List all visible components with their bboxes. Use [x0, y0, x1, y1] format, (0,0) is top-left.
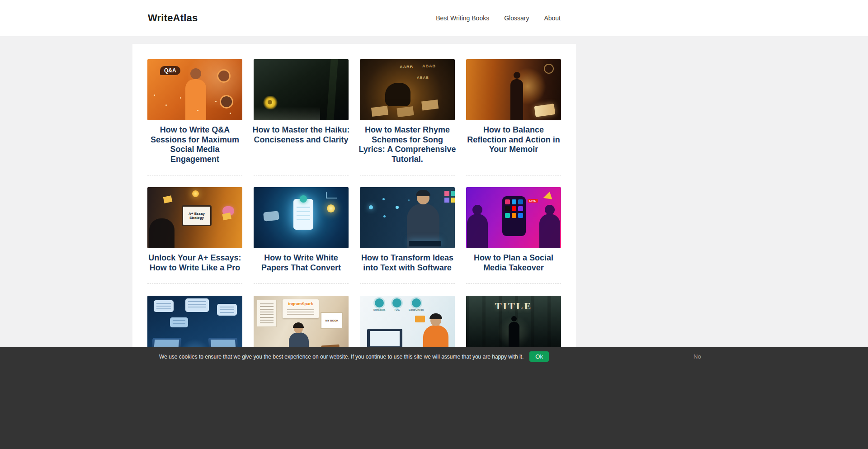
post-title[interactable]: How to Write White Papers That Convert	[252, 253, 350, 273]
post-title[interactable]: How to Balance Reflection and Action in …	[464, 125, 563, 155]
epubcheck-icon	[412, 298, 421, 307]
post-thumbnail[interactable]: A+ Essay Strategy	[147, 187, 242, 248]
post-thumbnail[interactable]: Q&A	[147, 59, 242, 120]
phone-app-grid-illustration	[502, 196, 526, 236]
book-icon	[415, 316, 425, 322]
handshake-icon	[263, 211, 279, 221]
person-silhouette	[467, 214, 488, 248]
glowing-tablet-illustration	[293, 199, 313, 230]
book-cover-title: TITLE	[466, 300, 561, 312]
cookie-consent-bar: We use cookies to ensure that we give yo…	[0, 347, 868, 449]
open-book-illustration	[534, 104, 556, 117]
cookie-no-link[interactable]: No	[693, 353, 701, 360]
cookie-content: We use cookies to ensure that we give yo…	[0, 347, 708, 362]
site-logo[interactable]: WriteAtlas	[148, 12, 198, 24]
post-card: LIVE How to Plan a Social Media Takeover	[466, 187, 561, 284]
icon-label: TOC	[394, 308, 400, 311]
rhyme-letters: ABAB	[417, 76, 429, 80]
rhyme-letters: AABB	[400, 65, 413, 69]
brain-illustration	[222, 206, 234, 216]
my-book-screen: MY BOOK	[321, 312, 343, 329]
clock-illustration	[544, 64, 554, 74]
writer-silhouette	[385, 83, 410, 106]
feature-icons-row: Metadata TOC EpubCheck	[373, 298, 424, 311]
post-title[interactable]: How to Master the Haiku: Conciseness and…	[252, 125, 350, 145]
main-nav: Best Writing Books Glossary About	[436, 14, 561, 22]
lightbulb-icon	[327, 204, 335, 213]
person-avatar-illustration	[220, 95, 233, 109]
person-silhouette	[539, 214, 560, 248]
header-container: WriteAtlas Best Writing Books Glossary A…	[132, 0, 576, 36]
lightbulb-icon	[192, 190, 199, 197]
nav-about[interactable]: About	[544, 14, 561, 22]
cookie-message: We use cookies to ensure that we give yo…	[159, 354, 524, 360]
post-thumbnail[interactable]	[254, 187, 349, 248]
sticky-notes-decoration	[444, 191, 449, 196]
qa-speech-bubble: Q&A	[160, 66, 180, 75]
post-card: How to Transform Ideas into Text with So…	[360, 187, 455, 284]
post-card: Q&A How to Write Q&A Sessions for Maximu…	[147, 59, 242, 175]
growth-chart-icon	[326, 192, 337, 199]
post-card: How to Balance Reflection and Action in …	[466, 59, 561, 175]
post-thumbnail[interactable]	[466, 59, 561, 120]
walking-figure-silhouette	[509, 322, 519, 351]
network-dots-decoration	[154, 95, 155, 96]
post-card: How to Master the Haiku: Conciseness and…	[254, 59, 349, 175]
chat-bubble-decoration	[170, 317, 188, 327]
ingramspark-screen: IngramSpark	[283, 299, 319, 318]
sticky-note-decoration	[163, 195, 173, 203]
post-title[interactable]: How to Plan a Social Media Takeover	[464, 253, 563, 273]
post-card: A+ Essay Strategy Unlock Your A+ Essays:…	[147, 187, 242, 284]
chat-bubble-decoration	[185, 298, 209, 312]
post-thumbnail[interactable]: AABB ABAB ABAB	[360, 59, 455, 120]
post-card: How to Write White Papers That Convert	[254, 187, 349, 284]
post-thumbnail[interactable]	[360, 187, 455, 248]
post-thumbnail[interactable]	[254, 59, 349, 120]
chat-bubble-decoration	[154, 300, 174, 312]
post-thumbnail[interactable]: LIVE	[466, 187, 561, 248]
post-title[interactable]: How to Transform Ideas into Text with So…	[358, 253, 457, 273]
site-header: WriteAtlas Best Writing Books Glossary A…	[0, 0, 868, 36]
papers-illustration	[371, 106, 388, 117]
post-title[interactable]: How to Master Rhyme Schemes for Song Lyr…	[358, 125, 457, 164]
post-card: AABB ABAB ABAB How to Master Rhyme Schem…	[360, 59, 455, 175]
post-title[interactable]: How to Write Q&A Sessions for Maximum So…	[146, 125, 244, 164]
nav-glossary[interactable]: Glossary	[504, 14, 529, 22]
rhyme-letters: ABAB	[422, 64, 436, 68]
icon-label: Metadata	[373, 308, 385, 311]
icon-label: EpubCheck	[409, 308, 424, 311]
person-illustration	[185, 79, 206, 120]
person-avatar-illustration	[217, 69, 231, 83]
mist-decoration	[254, 107, 320, 120]
chat-bubble-decoration	[217, 304, 237, 316]
document-illustration	[257, 300, 276, 326]
live-badge: LIVE	[528, 199, 538, 203]
laptop-screen-text: A+ Essay Strategy	[182, 205, 212, 226]
laptop-illustration	[409, 241, 441, 246]
mind-map-decoration	[369, 205, 373, 209]
cookie-ok-button[interactable]: Ok	[529, 351, 549, 362]
student-silhouette	[149, 218, 175, 248]
walking-figure-silhouette	[510, 79, 523, 120]
nav-best-writing-books[interactable]: Best Writing Books	[436, 14, 489, 22]
post-title[interactable]: Unlock Your A+ Essays: How to Write Like…	[146, 253, 244, 273]
megaphone-icon	[542, 192, 552, 202]
toc-icon	[392, 298, 401, 307]
metadata-icon	[375, 298, 384, 307]
post-grid: Q&A How to Write Q&A Sessions for Maximu…	[147, 59, 561, 373]
